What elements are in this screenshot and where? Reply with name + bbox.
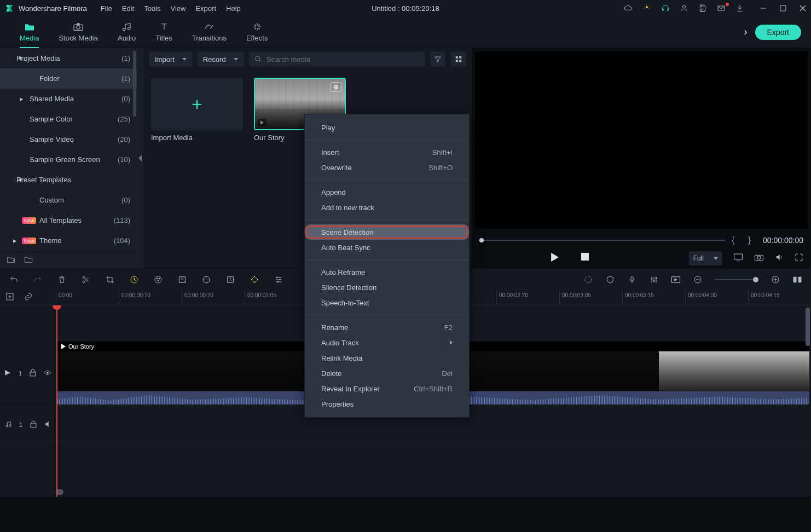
snapshot-icon[interactable] (754, 253, 764, 264)
menu-file[interactable]: File (101, 4, 112, 13)
save-icon[interactable] (698, 4, 707, 13)
sidebar-item-project-media[interactable]: ▾ Project Media (1) (0, 48, 137, 68)
voiceover-icon[interactable] (627, 275, 637, 285)
tab-effects[interactable]: Effects (236, 16, 278, 48)
playhead[interactable] (56, 305, 57, 497)
context-menu-item-scene-detection[interactable]: Scene Detection (305, 224, 469, 240)
shield-marker-icon[interactable] (605, 275, 615, 285)
filter-icon[interactable] (430, 51, 445, 67)
video-track-header[interactable]: 1 (0, 339, 56, 407)
context-menu-item-play[interactable]: Play (305, 120, 469, 135)
context-menu-item-insert[interactable]: InsertShift+I (305, 144, 469, 160)
menu-help[interactable]: Help (226, 4, 241, 13)
menu-view[interactable]: View (170, 4, 186, 13)
window-maximize[interactable] (779, 4, 787, 12)
speed-ramp-icon[interactable] (201, 275, 211, 285)
undo-icon[interactable] (9, 275, 19, 285)
add-overlay-icon[interactable]: ⊕ (331, 82, 341, 92)
fit-zoom-icon[interactable] (792, 275, 802, 285)
window-close[interactable] (799, 4, 807, 12)
headphones-icon[interactable] (661, 4, 670, 13)
menu-export[interactable]: Export (195, 4, 216, 13)
color-icon[interactable] (153, 275, 163, 285)
context-menu-item-append[interactable]: Append (305, 184, 469, 200)
sidebar-item-sample-video[interactable]: Sample Video (20) (0, 129, 137, 149)
context-menu-item-add-to-new-track[interactable]: Add to new track (305, 200, 469, 215)
menu-edit[interactable]: Edit (122, 4, 134, 13)
play-button[interactable] (551, 253, 559, 264)
audio-track-header[interactable]: 1 (0, 407, 56, 442)
new-folder-icon[interactable] (7, 256, 15, 265)
sidebar-item-sample-color[interactable]: Sample Color (25) (0, 109, 137, 129)
zoom-in-icon[interactable] (771, 275, 780, 285)
context-menu-item-rename[interactable]: RenameF2 (305, 320, 469, 335)
tab-stock-media[interactable]: Stock Media (49, 16, 108, 48)
eye-icon[interactable] (44, 370, 51, 377)
context-menu-item-overwrite[interactable]: OverwriteShift+O (305, 160, 469, 175)
timeline-hscroll[interactable] (56, 489, 808, 495)
add-track-icon[interactable] (5, 292, 14, 303)
link-icon[interactable] (24, 292, 33, 303)
stop-button[interactable] (581, 253, 589, 264)
sidebar-item-custom[interactable]: Custom (0) (0, 190, 137, 210)
sidebar-item-folder[interactable]: Folder (1) (0, 68, 137, 89)
context-menu-item-audio-track[interactable]: Audio Track (305, 335, 469, 350)
mail-icon[interactable] (717, 4, 726, 13)
zoom-slider[interactable] (715, 279, 758, 280)
sidebar-collapse-handle[interactable] (137, 48, 143, 268)
context-menu-item-silence-detection[interactable]: Silence Detection (305, 280, 469, 295)
lock-icon[interactable] (30, 420, 37, 429)
export-button[interactable]: Export (755, 25, 801, 40)
tab-audio[interactable]: Audio (108, 16, 146, 48)
tab-titles[interactable]: Titles (146, 16, 182, 48)
tab-transitions[interactable]: Transitions (182, 16, 236, 48)
delete-icon[interactable] (57, 275, 67, 285)
record-dropdown[interactable]: Record (198, 51, 244, 67)
split-icon[interactable] (81, 275, 91, 285)
lightbulb-icon[interactable] (642, 4, 651, 13)
sidebar-item-shared-media[interactable]: ▸ Shared Media (0) (0, 89, 137, 109)
keyframe-icon[interactable] (225, 275, 235, 285)
fullscreen-icon[interactable] (795, 253, 803, 264)
folder-icon[interactable] (24, 256, 33, 265)
audio-mixer-icon[interactable] (649, 275, 659, 285)
media-search[interactable] (249, 51, 425, 67)
import-media-button[interactable]: + Import Media (151, 78, 243, 142)
green-screen-icon[interactable] (177, 275, 187, 285)
context-menu-item-properties[interactable]: Properties (305, 396, 469, 412)
search-input[interactable] (267, 55, 419, 63)
window-minimize[interactable] (760, 4, 767, 12)
settings-icon[interactable] (274, 275, 283, 285)
zoom-out-icon[interactable] (693, 275, 703, 285)
quality-select[interactable]: Full (689, 251, 722, 265)
context-menu-item-auto-reframe[interactable]: Auto Reframe (305, 264, 469, 280)
preview-viewport[interactable] (475, 51, 808, 229)
context-menu-item-relink-media[interactable]: Relink Media (305, 350, 469, 366)
sidebar-scrollbar[interactable] (133, 48, 136, 268)
context-menu-item-delete[interactable]: DeleteDel (305, 366, 469, 381)
sidebar-item-sample-green-screen[interactable]: Sample Green Screen (10) (0, 149, 137, 170)
download-icon[interactable] (735, 4, 744, 13)
crop-icon[interactable] (105, 275, 115, 285)
speaker-icon[interactable] (44, 421, 51, 429)
sidebar-item-all-templates[interactable]: New All Templates (113) (0, 210, 137, 230)
mixer-icon[interactable] (583, 275, 593, 285)
context-menu-item-speech-to-text[interactable]: Speech-to-Text (305, 295, 469, 310)
render-icon[interactable] (671, 275, 681, 285)
display-icon[interactable] (733, 253, 743, 264)
user-icon[interactable] (680, 4, 688, 13)
volume-icon[interactable] (775, 253, 784, 264)
marker-add-icon[interactable] (250, 275, 259, 285)
redo-icon[interactable] (33, 275, 43, 285)
preview-scrubber[interactable] (479, 240, 725, 241)
context-menu-item-auto-beat-sync[interactable]: Auto Beat Sync (305, 240, 469, 255)
timeline-vscroll[interactable] (806, 308, 810, 346)
menu-tools[interactable]: Tools (144, 4, 160, 13)
context-menu-item-reveal-in-explorer[interactable]: Reveal In ExplorerCtrl+Shift+R (305, 381, 469, 396)
tab-media[interactable]: Media (10, 16, 49, 48)
import-dropdown[interactable]: Import (149, 51, 192, 67)
sidebar-item-theme[interactable]: ▸ New Theme (104) (0, 230, 137, 251)
sidebar-item-preset-templates[interactable]: ▾ Preset Templates (0, 170, 137, 190)
cloud-icon[interactable] (624, 4, 633, 13)
speed-icon[interactable] (129, 275, 139, 285)
